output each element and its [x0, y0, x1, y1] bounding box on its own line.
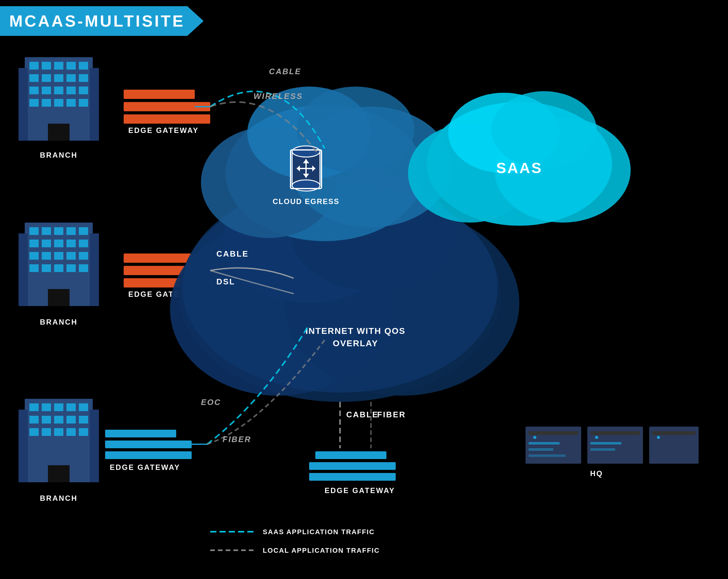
- svg-rect-47: [67, 264, 76, 272]
- svg-rect-1: [29, 62, 38, 70]
- svg-rect-6: [29, 74, 38, 82]
- internet-overlay-label1: INTERNET WITH QOS: [306, 326, 405, 336]
- svg-rect-112: [529, 448, 553, 451]
- svg-rect-20: [79, 99, 88, 107]
- svg-rect-11: [29, 86, 38, 94]
- svg-rect-64: [54, 416, 63, 423]
- fiber2-label: FIBER: [377, 410, 406, 419]
- svg-rect-109: [529, 431, 578, 435]
- svg-rect-69: [54, 428, 63, 436]
- svg-rect-111: [529, 442, 560, 445]
- svg-rect-72: [19, 410, 28, 482]
- svg-rect-24: [124, 90, 195, 99]
- svg-rect-46: [54, 264, 63, 272]
- svg-rect-8: [54, 74, 63, 82]
- eoc-label: EOC: [201, 398, 221, 407]
- svg-rect-30: [42, 227, 51, 235]
- svg-rect-118: [591, 448, 615, 451]
- svg-rect-22: [89, 68, 99, 141]
- svg-rect-9: [67, 74, 76, 82]
- cable2-label: CABLE: [216, 249, 249, 258]
- branch2-label: BRANCH: [40, 318, 78, 326]
- svg-rect-39: [29, 252, 38, 260]
- svg-rect-42: [67, 252, 76, 260]
- svg-rect-44: [29, 264, 38, 272]
- svg-rect-68: [42, 428, 51, 436]
- svg-rect-59: [54, 403, 63, 411]
- svg-rect-2: [42, 62, 51, 70]
- branch2-building: BRANCH: [19, 222, 99, 326]
- svg-rect-60: [67, 403, 76, 411]
- svg-rect-34: [29, 240, 38, 247]
- diagram-svg: BRANCH EDGE GATEWAY BRANCH: [0, 0, 728, 579]
- svg-rect-61: [79, 403, 88, 411]
- svg-rect-41: [54, 252, 63, 260]
- svg-rect-40: [42, 252, 51, 260]
- hq-label: HQ: [590, 469, 603, 478]
- edge-gateway4-label: EDGE GATEWAY: [324, 486, 395, 495]
- cloud-egress-label: CLOUD EGRESS: [272, 197, 339, 206]
- svg-rect-38: [79, 240, 88, 247]
- svg-rect-18: [54, 99, 63, 107]
- svg-rect-51: [48, 289, 70, 306]
- svg-rect-74: [48, 465, 70, 482]
- svg-rect-113: [529, 454, 566, 457]
- branch1-building: BRANCH: [19, 57, 99, 159]
- svg-rect-67: [29, 428, 38, 436]
- hq-servers: HQ: [525, 427, 699, 478]
- svg-rect-5: [79, 62, 88, 70]
- svg-rect-19: [67, 99, 76, 107]
- svg-rect-4: [67, 62, 76, 70]
- svg-rect-45: [42, 264, 51, 272]
- svg-rect-16: [29, 99, 38, 107]
- svg-rect-48: [79, 264, 88, 272]
- cloud-egress-icon: [291, 146, 321, 191]
- svg-point-110: [533, 436, 536, 439]
- svg-rect-35: [42, 240, 51, 247]
- edge-gateway1-label: EDGE GATEWAY: [128, 126, 199, 134]
- svg-rect-32: [67, 227, 76, 235]
- svg-rect-50: [89, 233, 99, 306]
- svg-rect-3: [54, 62, 63, 70]
- svg-rect-66: [79, 416, 88, 423]
- svg-rect-58: [42, 403, 51, 411]
- svg-point-121: [657, 436, 660, 439]
- svg-rect-117: [591, 442, 621, 445]
- svg-point-94: [492, 91, 597, 168]
- svg-rect-43: [79, 252, 88, 260]
- svg-rect-33: [79, 227, 88, 235]
- svg-rect-115: [591, 431, 640, 435]
- cable1-label: CABLE: [269, 67, 302, 76]
- svg-rect-13: [54, 86, 63, 94]
- branch1-label: BRANCH: [40, 151, 78, 159]
- svg-point-97: [292, 180, 320, 191]
- legend-saas-label: SAAS APPLICATION TRAFFIC: [263, 528, 375, 536]
- svg-rect-62: [29, 416, 38, 423]
- saas-label: SAAS: [496, 160, 542, 176]
- wireless-label: WIRELESS: [254, 91, 303, 101]
- svg-rect-120: [652, 431, 696, 435]
- svg-rect-21: [19, 68, 28, 141]
- svg-rect-17: [42, 99, 51, 107]
- svg-rect-106: [309, 462, 396, 470]
- svg-rect-14: [67, 86, 76, 94]
- svg-rect-23: [48, 124, 70, 141]
- cable3-label: CABLE: [346, 410, 379, 419]
- edge-gateway3-label: EDGE GATEWAY: [110, 463, 180, 471]
- svg-rect-105: [315, 451, 386, 459]
- svg-rect-26: [124, 114, 210, 124]
- edge-gateway3: EDGE GATEWAY: [105, 430, 207, 471]
- svg-rect-63: [42, 416, 51, 423]
- svg-rect-76: [105, 441, 192, 448]
- svg-rect-10: [79, 74, 88, 82]
- branch3-label: BRANCH: [40, 494, 78, 502]
- svg-rect-36: [54, 240, 63, 247]
- legend-local-label: LOCAL APPLICATION TRAFFIC: [263, 547, 380, 554]
- svg-rect-7: [42, 74, 51, 82]
- svg-rect-65: [67, 416, 76, 423]
- svg-rect-29: [29, 227, 38, 235]
- fiber1-label: FIBER: [223, 435, 251, 444]
- svg-rect-15: [79, 86, 88, 94]
- svg-point-116: [595, 436, 598, 439]
- svg-rect-70: [67, 428, 76, 436]
